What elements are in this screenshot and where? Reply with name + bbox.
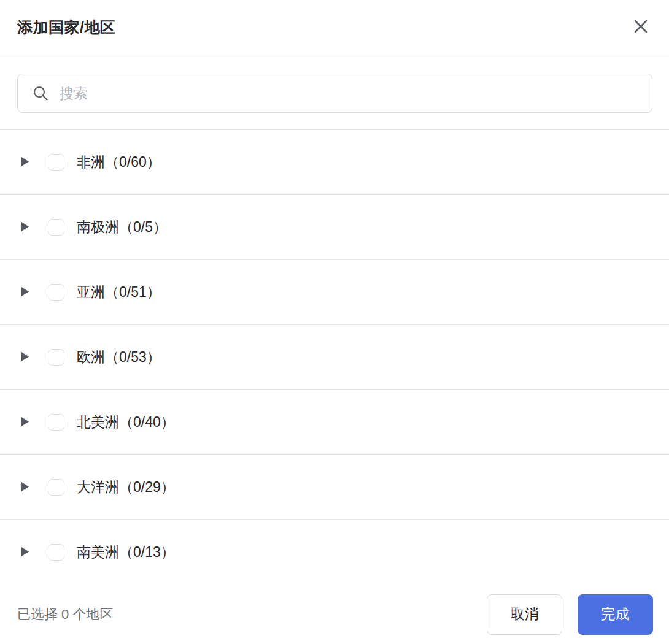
expand-button[interactable] [20,546,30,559]
expand-button[interactable] [20,481,30,494]
region-row-antarctica: 南极洲（0/5） [0,195,669,260]
region-label: 亚洲（0/51） [77,283,161,302]
triangle-right-icon [21,221,29,234]
region-row-oceania: 大洋洲（0/29） [0,455,669,520]
region-checkbox[interactable] [48,349,64,366]
region-label: 非洲（0/60） [77,153,161,172]
close-button[interactable] [628,15,653,40]
footer-actions: 取消 完成 [487,594,653,635]
region-label: 南美洲（0/13） [77,543,175,562]
triangle-right-icon [21,481,29,494]
region-checkbox[interactable] [48,479,64,496]
region-label: 大洋洲（0/29） [77,478,175,497]
cancel-button[interactable]: 取消 [487,594,562,635]
triangle-right-icon [21,416,29,429]
region-row-north-america: 北美洲（0/40） [0,390,669,455]
search-box[interactable] [17,74,652,113]
triangle-right-icon [21,351,29,364]
dialog-header: 添加国家/地区 [0,0,669,55]
triangle-right-icon [21,156,29,169]
region-checkbox[interactable] [48,284,64,301]
region-checkbox[interactable] [48,414,64,431]
region-label: 北美洲（0/40） [77,413,175,432]
close-icon [631,17,651,38]
triangle-right-icon [21,546,29,559]
dialog-title: 添加国家/地区 [17,17,115,37]
region-checkbox[interactable] [48,154,64,171]
region-label: 欧洲（0/53） [77,348,161,367]
expand-button[interactable] [20,416,30,429]
search-icon [32,85,49,102]
add-country-region-dialog: 添加国家/地区 [0,0,669,644]
dialog-footer: 已选择 0 个地区 取消 完成 [0,585,669,644]
expand-button[interactable] [20,286,30,299]
region-checkbox[interactable] [48,544,64,561]
expand-button[interactable] [20,156,30,169]
search-section [0,55,669,130]
region-row-south-america: 南美洲（0/13） [0,520,669,585]
expand-button[interactable] [20,221,30,234]
region-list: 非洲（0/60） 南极洲（0/5） 亚洲（0/51） [0,130,669,585]
expand-button[interactable] [20,351,30,364]
search-input[interactable] [60,85,640,102]
region-label: 南极洲（0/5） [77,218,167,237]
region-row-europe: 欧洲（0/53） [0,325,669,390]
region-row-africa: 非洲（0/60） [0,130,669,195]
region-row-asia: 亚洲（0/51） [0,260,669,325]
selected-summary: 已选择 0 个地区 [17,605,113,624]
triangle-right-icon [21,286,29,299]
region-checkbox[interactable] [48,219,64,236]
done-button[interactable]: 完成 [578,594,653,635]
